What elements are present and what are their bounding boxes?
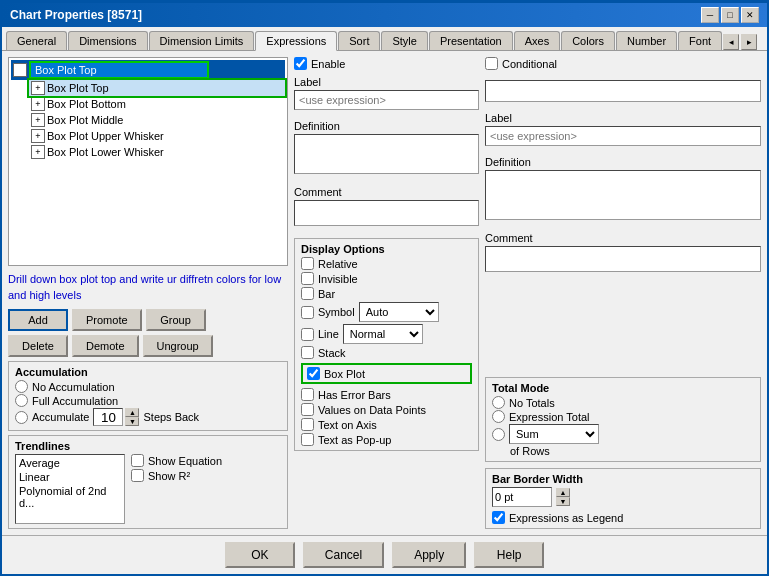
accumulate-radio[interactable]	[15, 411, 28, 424]
stack-row: Stack	[301, 346, 472, 359]
conditional-input[interactable]	[485, 80, 761, 102]
symbol-select[interactable]: Auto	[359, 302, 439, 322]
tree-item-box-plot-top[interactable]: + Box Plot Top	[29, 80, 285, 96]
expressions-as-legend-checkbox[interactable]	[492, 511, 505, 524]
tree-item-root[interactable]: −	[11, 60, 285, 80]
symbol-row: Symbol Auto	[301, 302, 472, 322]
trendlines-linear[interactable]: Linear	[17, 470, 123, 484]
minimize-button[interactable]: ─	[701, 7, 719, 23]
comment-right-textarea[interactable]	[485, 246, 761, 272]
tab-dimension-limits[interactable]: Dimension Limits	[149, 31, 255, 50]
label-input[interactable]	[294, 90, 479, 110]
tab-style[interactable]: Style	[381, 31, 427, 50]
comment-textarea[interactable]	[294, 200, 479, 226]
bar-checkbox[interactable]	[301, 287, 314, 300]
help-button[interactable]: Help	[474, 542, 544, 568]
trendlines-inner: Average Linear Polynomial of 2nd d... Sh…	[15, 454, 281, 524]
tree-expand-top[interactable]: +	[31, 81, 45, 95]
relative-checkbox[interactable]	[301, 257, 314, 270]
promote-button[interactable]: Promote	[72, 309, 142, 331]
close-button[interactable]: ✕	[741, 7, 759, 23]
definition-right-textarea[interactable]	[485, 170, 761, 220]
ok-button[interactable]: OK	[225, 542, 295, 568]
sum-select[interactable]: Sum	[509, 424, 599, 444]
sum-radio[interactable]	[492, 428, 505, 441]
tab-colors[interactable]: Colors	[561, 31, 615, 50]
show-equation-checkbox[interactable]	[131, 454, 144, 467]
symbol-checkbox[interactable]	[301, 306, 314, 319]
cancel-button[interactable]: Cancel	[303, 542, 384, 568]
line-checkbox[interactable]	[301, 328, 314, 341]
tree-label-lower: Box Plot Lower Whisker	[47, 146, 164, 158]
bar-border-down[interactable]: ▼	[556, 497, 570, 506]
enable-checkbox[interactable]	[294, 57, 307, 70]
add-button[interactable]: Add	[8, 309, 68, 331]
show-r2-checkbox[interactable]	[131, 469, 144, 482]
values-on-data-checkbox[interactable]	[301, 403, 314, 416]
tab-font[interactable]: Font	[678, 31, 722, 50]
no-totals-radio[interactable]	[492, 396, 505, 409]
tab-nav-left[interactable]: ◂	[723, 34, 739, 50]
no-accumulation-radio[interactable]	[15, 380, 28, 393]
delete-button[interactable]: Delete	[8, 335, 68, 357]
demote-button[interactable]: Demote	[72, 335, 139, 357]
tab-number[interactable]: Number	[616, 31, 677, 50]
tab-dimensions[interactable]: Dimensions	[68, 31, 147, 50]
bar-label: Bar	[318, 288, 335, 300]
tree-item-top[interactable]: + Box Plot Top	[11, 80, 285, 96]
tree-expand-icon[interactable]: −	[13, 63, 27, 77]
tab-nav-right[interactable]: ▸	[741, 34, 757, 50]
title-bar: Chart Properties [8571] ─ □ ✕	[2, 3, 767, 27]
no-accumulation-row: No Accumulation	[15, 380, 281, 393]
spinner-down[interactable]: ▼	[125, 417, 139, 426]
text-on-axis-checkbox[interactable]	[301, 418, 314, 431]
tab-sort[interactable]: Sort	[338, 31, 380, 50]
tree-label-upper: Box Plot Upper Whisker	[47, 130, 164, 142]
tree-expand-upper[interactable]: +	[31, 129, 45, 143]
tree-item-upper-whisker[interactable]: + Box Plot Upper Whisker	[29, 128, 285, 144]
tab-expressions[interactable]: Expressions	[255, 31, 337, 51]
text-as-popup-checkbox[interactable]	[301, 433, 314, 446]
steps-input[interactable]	[93, 408, 123, 426]
expression-total-radio[interactable]	[492, 410, 505, 423]
values-on-data-row: Values on Data Points	[301, 403, 472, 416]
invisible-row: Invisible	[301, 272, 472, 285]
definition-textarea[interactable]	[294, 134, 479, 174]
invisible-checkbox[interactable]	[301, 272, 314, 285]
tree-root-input[interactable]	[29, 61, 209, 79]
trendlines-average[interactable]: Average	[17, 456, 123, 470]
bar-border-input[interactable]	[492, 487, 552, 507]
spinner-up[interactable]: ▲	[125, 408, 139, 417]
no-accumulation-label: No Accumulation	[32, 381, 115, 393]
group-button[interactable]: Group	[146, 309, 206, 331]
tree-expand-bottom[interactable]: +	[31, 97, 45, 111]
maximize-button[interactable]: □	[721, 7, 739, 23]
tree-expand-lower[interactable]: +	[31, 145, 45, 159]
tree-item-lower-whisker[interactable]: + Box Plot Lower Whisker	[29, 144, 285, 160]
tree-item-box-plot-bottom[interactable]: + Box Plot Bottom	[29, 96, 285, 112]
tab-axes[interactable]: Axes	[514, 31, 560, 50]
full-accumulation-radio[interactable]	[15, 394, 28, 407]
trendlines-list[interactable]: Average Linear Polynomial of 2nd d...	[15, 454, 125, 524]
stack-checkbox[interactable]	[301, 346, 314, 359]
bar-border-up[interactable]: ▲	[556, 488, 570, 497]
expression-tree[interactable]: − + Box Plot Top + Box Plot Bottom	[8, 57, 288, 266]
tree-item-box-plot-middle[interactable]: + Box Plot Middle	[29, 112, 285, 128]
conditional-checkbox[interactable]	[485, 57, 498, 70]
ungroup-button[interactable]: Ungroup	[143, 335, 213, 357]
line-select[interactable]: Normal	[343, 324, 423, 344]
tree-label-top: Box Plot Top	[47, 82, 109, 94]
accumulation-label: Accumulation	[15, 366, 281, 378]
tab-general[interactable]: General	[6, 31, 67, 50]
trendlines-polynomial[interactable]: Polynomial of 2nd d...	[17, 484, 123, 510]
tree-expand-middle[interactable]: +	[31, 113, 45, 127]
text-on-axis-label: Text on Axis	[318, 419, 377, 431]
conditional-row: Conditional	[485, 57, 761, 70]
box-plot-checkbox[interactable]	[307, 367, 320, 380]
text-as-popup-label: Text as Pop-up	[318, 434, 391, 446]
tab-bar: General Dimensions Dimension Limits Expr…	[2, 27, 767, 51]
label-right-input[interactable]	[485, 126, 761, 146]
apply-button[interactable]: Apply	[392, 542, 466, 568]
error-bars-checkbox[interactable]	[301, 388, 314, 401]
tab-presentation[interactable]: Presentation	[429, 31, 513, 50]
